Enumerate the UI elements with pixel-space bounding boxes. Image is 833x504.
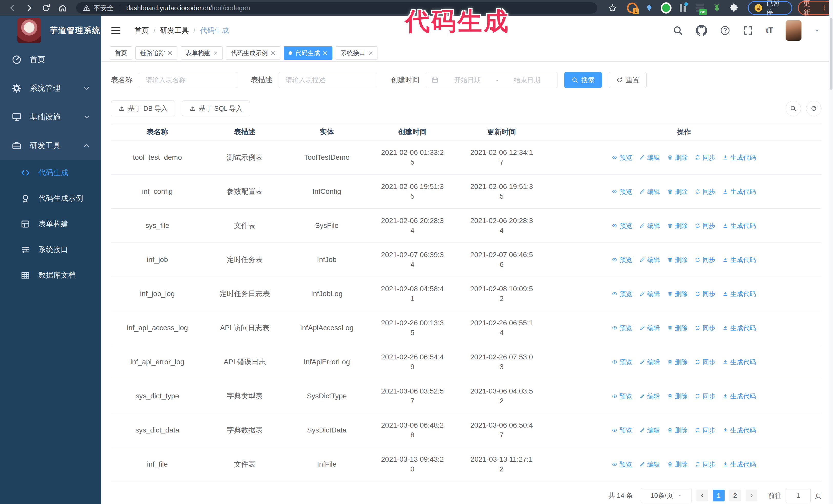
- import-db-button[interactable]: 基于 DB 导入: [111, 100, 175, 116]
- avatar[interactable]: [786, 20, 802, 41]
- edit-link[interactable]: 编辑: [640, 290, 660, 298]
- preview-link[interactable]: 预览: [612, 426, 632, 434]
- delete-link[interactable]: 删除: [667, 358, 688, 366]
- extension-rows-icon[interactable]: on: [695, 3, 705, 13]
- sidebar-item-form-builder[interactable]: 表单构建: [0, 211, 101, 237]
- goto-page-input[interactable]: [786, 488, 811, 503]
- tab-form-builder[interactable]: 表单构建: [181, 46, 223, 60]
- extensions-puzzle-icon[interactable]: [729, 3, 739, 13]
- extension-orange-icon[interactable]: 1: [627, 3, 638, 13]
- generate-code-link[interactable]: 生成代码: [722, 460, 756, 469]
- reset-button[interactable]: 重置: [609, 72, 647, 88]
- hamburger-icon[interactable]: [110, 25, 122, 37]
- page-size-select[interactable]: 10条/页: [641, 488, 692, 503]
- generate-code-link[interactable]: 生成代码: [722, 426, 756, 434]
- tab-codegen[interactable]: 代码生成: [284, 46, 332, 60]
- close-icon[interactable]: [213, 51, 218, 55]
- delete-link[interactable]: 删除: [667, 221, 688, 230]
- help-icon[interactable]: [720, 25, 731, 36]
- preview-link[interactable]: 预览: [612, 153, 632, 162]
- generate-code-link[interactable]: 生成代码: [722, 256, 756, 264]
- back-icon[interactable]: [8, 3, 17, 13]
- next-page-button[interactable]: [745, 490, 757, 501]
- search-button[interactable]: 搜索: [564, 72, 602, 88]
- edit-link[interactable]: 编辑: [640, 426, 660, 434]
- extension-bug-icon[interactable]: [712, 3, 722, 13]
- edit-link[interactable]: 编辑: [640, 358, 660, 366]
- page-button-1[interactable]: 1: [713, 490, 724, 501]
- sync-link[interactable]: 同步: [695, 392, 715, 401]
- caret-down-icon[interactable]: [814, 27, 820, 34]
- preview-link[interactable]: 预览: [612, 324, 632, 332]
- import-sql-button[interactable]: 基于 SQL 导入: [182, 100, 250, 116]
- table-name-input[interactable]: [139, 72, 237, 88]
- close-icon[interactable]: [368, 51, 373, 55]
- generate-code-link[interactable]: 生成代码: [722, 358, 756, 366]
- reload-icon[interactable]: [42, 3, 51, 13]
- preview-link[interactable]: 预览: [612, 358, 632, 366]
- preview-link[interactable]: 预览: [612, 221, 632, 230]
- start-date-placeholder[interactable]: 开始日期: [443, 76, 493, 85]
- delete-link[interactable]: 删除: [667, 392, 688, 401]
- window-scrollbar[interactable]: [829, 0, 833, 504]
- preview-link[interactable]: 预览: [612, 256, 632, 264]
- tab-home[interactable]: 首页: [110, 46, 132, 60]
- delete-link[interactable]: 删除: [667, 290, 688, 298]
- generate-code-link[interactable]: 生成代码: [722, 324, 756, 332]
- extension-columns-icon[interactable]: [678, 3, 688, 13]
- sync-link[interactable]: 同步: [695, 290, 715, 298]
- sidebar-item-codegen[interactable]: 代码生成: [0, 160, 101, 186]
- extension-shield-icon[interactable]: [661, 3, 671, 13]
- sync-link[interactable]: 同步: [695, 426, 715, 434]
- toggle-search-button[interactable]: [786, 101, 801, 116]
- sidebar-item-infra[interactable]: 基础设施: [0, 102, 101, 131]
- sync-link[interactable]: 同步: [695, 460, 715, 469]
- generate-code-link[interactable]: 生成代码: [722, 187, 756, 196]
- prev-page-button[interactable]: [696, 490, 708, 501]
- sync-link[interactable]: 同步: [695, 187, 715, 196]
- tab-tracing[interactable]: 链路追踪: [135, 46, 177, 60]
- delete-link[interactable]: 删除: [667, 460, 688, 469]
- edit-link[interactable]: 编辑: [640, 221, 660, 230]
- delete-link[interactable]: 删除: [667, 153, 688, 162]
- scrollbar-thumb[interactable]: [830, 18, 832, 90]
- preview-link[interactable]: 预览: [612, 392, 632, 401]
- close-icon[interactable]: [323, 51, 328, 55]
- delete-link[interactable]: 删除: [667, 426, 688, 434]
- fullscreen-icon[interactable]: [743, 25, 754, 36]
- preview-link[interactable]: 预览: [612, 460, 632, 469]
- sidebar-item-codegen-example[interactable]: 代码生成示例: [0, 186, 101, 211]
- generate-code-link[interactable]: 生成代码: [722, 392, 756, 401]
- sync-link[interactable]: 同步: [695, 324, 715, 332]
- sidebar-item-db-doc[interactable]: 数据库文档: [0, 263, 101, 288]
- delete-link[interactable]: 删除: [667, 187, 688, 196]
- github-icon[interactable]: [696, 25, 708, 37]
- browser-update-button[interactable]: 更新: [798, 1, 833, 15]
- close-icon[interactable]: [168, 51, 172, 55]
- sidebar-item-system[interactable]: 系统管理: [0, 74, 101, 102]
- page-button-2[interactable]: 2: [729, 490, 741, 501]
- edit-link[interactable]: 编辑: [640, 256, 660, 264]
- bookmark-star-icon[interactable]: [608, 3, 617, 13]
- edit-link[interactable]: 编辑: [640, 187, 660, 196]
- generate-code-link[interactable]: 生成代码: [722, 153, 756, 162]
- delete-link[interactable]: 删除: [667, 256, 688, 264]
- edit-link[interactable]: 编辑: [640, 460, 660, 469]
- extension-gem-icon[interactable]: [644, 3, 654, 13]
- tab-system-api[interactable]: 系统接口: [336, 46, 378, 60]
- sidebar-item-system-api[interactable]: 系统接口: [0, 237, 101, 263]
- breadcrumb-dev-tools[interactable]: 研发工具: [160, 26, 189, 35]
- sidebar-item-dev-tools[interactable]: 研发工具: [0, 131, 101, 160]
- sync-link[interactable]: 同步: [695, 153, 715, 162]
- kebab-menu-icon[interactable]: [821, 5, 828, 11]
- preview-link[interactable]: 预览: [612, 187, 632, 196]
- forward-icon[interactable]: [25, 3, 34, 13]
- sync-link[interactable]: 同步: [695, 221, 715, 230]
- refresh-table-button[interactable]: [806, 101, 822, 116]
- sidebar-item-home[interactable]: 首页: [0, 45, 101, 74]
- tab-codegen-example[interactable]: 代码生成示例: [226, 46, 280, 60]
- edit-link[interactable]: 编辑: [640, 324, 660, 332]
- delete-link[interactable]: 删除: [667, 324, 688, 332]
- table-desc-input[interactable]: [279, 72, 377, 88]
- end-date-placeholder[interactable]: 结束日期: [502, 76, 552, 85]
